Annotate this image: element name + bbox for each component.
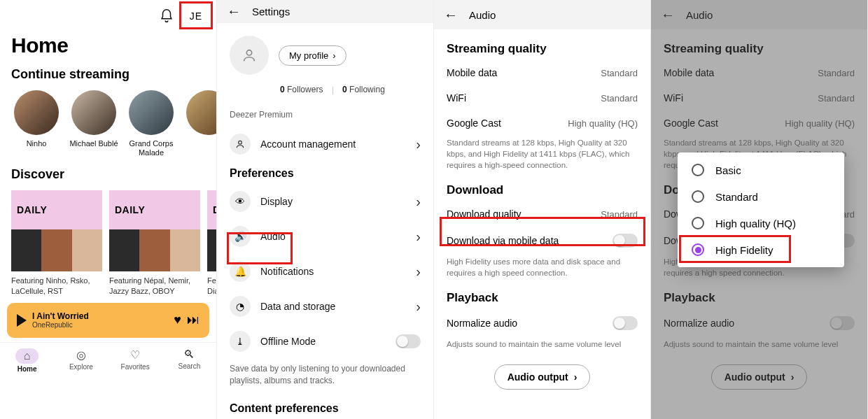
artist-item[interactable] [183,90,216,157]
speaker-icon: 🔊 [230,226,251,247]
row-label: Data and storage [260,301,406,312]
row-offline-mode[interactable]: ⤓ Offline Mode [217,324,433,359]
row-data-storage[interactable]: ◔ Data and storage › [217,289,433,324]
chevron-right-icon: › [416,136,421,152]
option-label: High Fidelity [715,244,774,256]
offline-toggle[interactable] [396,334,421,348]
artist-item[interactable]: Ninho [11,90,62,157]
back-icon[interactable]: ← [444,7,458,23]
setting-google-cast: Google CastHigh quality (HQ) [651,111,867,136]
bell-icon: 🔔 [230,261,251,282]
chevron-right-icon: › [416,194,421,210]
row-audio[interactable]: 🔊 Audio › [217,219,433,254]
setting-value: High quality (HQ) [785,118,855,129]
compass-icon: ◎ [76,348,86,362]
tab-favorites[interactable]: ♡Favorites [108,343,162,380]
audio-output-button[interactable]: Audio output› [494,364,591,390]
setting-download-quality[interactable]: Download qualityStandard [434,201,650,227]
card-tag: D [207,190,216,229]
normalize-toggle [830,316,855,330]
row-account-management[interactable]: Account management › [217,127,433,162]
setting-normalize: Normalize audio [651,309,867,337]
row-notifications[interactable]: 🔔 Notifications › [217,254,433,289]
offline-icon: ⤓ [230,331,251,352]
download-header: Download [434,178,650,201]
card-tag: DAILY [109,190,200,229]
normalize-toggle[interactable] [612,316,638,330]
artist-item[interactable]: Grand Corps Malade [126,90,176,157]
row-display[interactable]: 👁 Display › [217,184,433,219]
card-images [109,229,200,271]
search-icon: 🔍︎ [183,348,195,361]
setting-value: High quality (HQ) [568,118,638,129]
person-icon [230,134,251,155]
option-high-fidelity[interactable]: High Fidelity [678,236,844,263]
database-icon: ◔ [230,296,251,317]
download-mobile-toggle[interactable] [612,234,638,248]
following-label: Following [349,85,385,94]
normalize-note: Adjusts sound to maintain the same volum… [434,337,650,357]
radio-icon [692,243,704,256]
option-label: Basic [715,164,741,176]
play-icon[interactable] [17,314,27,327]
back-icon[interactable]: ← [227,3,241,20]
tab-label: Explore [69,363,93,371]
setting-label: Download via mobile data [447,235,559,246]
discover-card[interactable]: DAILY Featuring Ninho, Rsko, LaCellule, … [11,190,102,296]
chevron-right-icon: › [416,264,421,280]
option-high-quality[interactable]: High quality (HQ) [678,210,844,236]
normalize-note: Adjusts sound to maintain the same volum… [651,337,867,357]
setting-mobile-data[interactable]: Mobile dataStandard [434,60,650,85]
option-standard[interactable]: Standard [678,183,844,210]
preferences-header: Preferences [217,162,433,184]
svg-point-0 [246,50,251,55]
quality-popup[interactable]: Basic Standard High quality (HQ) High Fi… [678,152,844,267]
bell-icon[interactable] [159,8,174,24]
svg-point-1 [239,141,242,145]
tab-explore[interactable]: ◎Explore [54,343,108,380]
card-caption: Featuring Népal, Nemir, Jazzy Bazz, OBOY [109,271,200,296]
setting-value: Standard [818,93,855,104]
tab-search[interactable]: 🔍︎Search [162,343,216,380]
audio-output-label: Audio output [507,371,568,383]
follow-stats: 0 Followers 0 Following [217,82,433,106]
setting-normalize[interactable]: Normalize audio [434,309,650,337]
next-icon[interactable]: ⏭ [187,313,200,327]
row-label: Offline Mode [260,336,386,347]
artist-row: Ninho Michael Bublé Grand Corps Malade [0,90,216,167]
setting-download-mobile[interactable]: Download via mobile data [434,227,650,255]
tab-home[interactable]: ⌂Home [0,343,54,380]
setting-wifi[interactable]: WiFiStandard [434,85,650,111]
setting-label: Google Cast [447,118,501,129]
following-count: 0 [342,85,347,94]
artist-name: Ninho [27,139,47,148]
option-basic[interactable]: Basic [678,157,844,183]
artist-item[interactable]: Michael Bublé [69,90,119,157]
profile-initials[interactable]: JE [186,7,206,25]
discover-card[interactable]: D Featuring Diar [207,190,216,296]
setting-google-cast[interactable]: Google CastHigh quality (HQ) [434,111,650,136]
discover-card[interactable]: DAILY Featuring Népal, Nemir, Jazzy Bazz… [109,190,200,296]
radio-icon [692,164,704,176]
audio-output-button: Audio output› [711,364,808,390]
card-caption: Featuring Diar [207,271,216,296]
audio-screen: ← Audio Streaming quality Mobile dataSta… [434,0,651,419]
heart-icon: ♡ [130,348,140,362]
heart-icon[interactable]: ♥ [174,313,181,327]
settings-screen: ← Settings My profile › 0 Followers 0 Fo… [217,0,434,419]
followers-label: Followers [287,85,323,94]
my-profile-button[interactable]: My profile › [279,45,346,66]
artist-avatar [129,90,174,135]
avatar[interactable] [230,36,269,75]
mini-player[interactable]: I Ain't Worried OneRepublic ♥ ⏭ [7,303,209,338]
setting-label: Download quality [447,208,522,220]
chevron-right-icon: › [332,50,335,61]
back-icon[interactable]: ← [661,7,675,23]
streaming-quality-header: Streaming quality [434,29,650,60]
plan-label: Deezer Premium [217,106,433,127]
continue-streaming-label: Continue streaming [11,67,205,82]
setting-label: Normalize audio [447,318,517,329]
chevron-right-icon: › [574,371,578,383]
setting-label: WiFi [447,92,466,104]
download-note: High Fidelity uses more data and disk sp… [434,255,650,285]
